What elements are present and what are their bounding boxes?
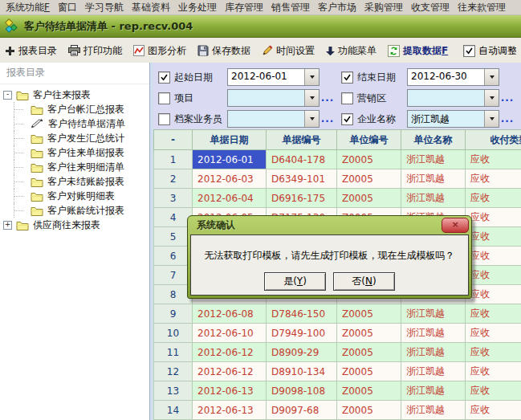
cell-doc_no[interactable]: D8909-29 (267, 343, 337, 362)
menu-item[interactable]: 业务处理 (174, 0, 221, 15)
cell-type[interactable]: 应收 (466, 343, 521, 362)
cell-type[interactable]: 应收 (466, 285, 521, 304)
cell-type[interactable]: 应收 (466, 362, 521, 381)
cell-doc_no[interactable]: D7846-150 (267, 304, 337, 324)
toolbar-save-data-button[interactable]: 保存数据 (197, 44, 250, 58)
toolbar-function-menu-button[interactable]: 功能菜单 (326, 44, 377, 58)
cell-unit_no[interactable]: Z0005 (337, 401, 401, 420)
cell-unit_no[interactable]: Z0005 (337, 381, 401, 401)
menu-item[interactable]: 系统功能F (2, 0, 54, 15)
filter-start-date-checkbox[interactable] (158, 71, 170, 84)
cell-unit_name[interactable]: 浙江凯越 (401, 324, 466, 343)
no-button[interactable]: 否(N) (333, 272, 395, 291)
cell-date[interactable]: 2012-06-13 (193, 381, 267, 401)
cell-type[interactable]: 应收 (466, 227, 521, 247)
filter-start-date-combobox[interactable]: 2012-06-01 (227, 68, 320, 86)
row-number[interactable]: 11 (154, 343, 193, 362)
tree-item[interactable]: 客户往来单据报表 (3, 145, 149, 160)
filter-project-combobox[interactable] (227, 89, 320, 107)
filter-sales-region-checkbox[interactable] (341, 92, 353, 104)
cell-unit_no[interactable]: Z0005 (337, 324, 401, 343)
menu-item[interactable]: 基础资料 (128, 0, 174, 15)
chevron-down-icon[interactable] (304, 111, 319, 127)
filter-company-name-combobox[interactable]: 浙江凯越 (407, 110, 499, 128)
cell-date[interactable]: 2012-06-13 (193, 401, 267, 420)
menu-item[interactable]: 学习导航 (81, 0, 128, 15)
cell-date[interactable]: 2012-06-12 (193, 362, 267, 381)
menu-item[interactable]: 收支管理 (407, 0, 454, 15)
row-number[interactable]: 3 (154, 189, 193, 208)
expand-icon[interactable]: + (3, 221, 12, 230)
cell-type[interactable]: 应收 (466, 401, 521, 420)
tree-item-selected[interactable]: 客户待结单据清单 (3, 116, 149, 131)
cell-unit_no[interactable]: Z0005 (337, 304, 401, 324)
auto-adjust-checkbox[interactable] (463, 45, 475, 57)
toolbar-chart-analysis-button[interactable]: 图形分析 (133, 44, 186, 58)
cell-type[interactable]: 应收 (466, 381, 521, 401)
cell-unit_no[interactable]: Z0005 (337, 150, 401, 169)
filter-end-date-combobox[interactable]: 2012-06-30 (407, 68, 499, 86)
row-number[interactable]: 10 (154, 324, 193, 343)
cell-unit_name[interactable]: 浙江凯越 (401, 362, 466, 381)
cell-unit_no[interactable]: Z0005 (337, 169, 401, 189)
collapse-icon[interactable]: - (3, 91, 12, 100)
toolbar-extract-data-button[interactable]: 提取数据F (388, 44, 448, 58)
toolbar-time-settings-button[interactable]: 时间设置 (262, 44, 315, 58)
column-header[interactable]: 单位编号 (337, 130, 401, 150)
row-number[interactable]: 12 (154, 362, 193, 381)
cell-unit_name[interactable]: 浙江凯越 (401, 401, 466, 420)
cell-unit_name[interactable]: 浙江凯越 (401, 150, 466, 169)
cell-type[interactable]: 应收 (466, 247, 521, 266)
chevron-down-icon[interactable] (484, 69, 499, 85)
chevron-down-icon[interactable] (304, 69, 319, 85)
filter-company-name-browse-button[interactable]: ... (499, 113, 515, 124)
cell-unit_name[interactable]: 浙江凯越 (401, 343, 466, 362)
filter-file-salesman-combobox[interactable] (227, 110, 320, 128)
menu-item[interactable]: 窗口 (54, 0, 81, 15)
cell-type[interactable]: 应收 (466, 189, 521, 208)
cell-unit_no[interactable]: Z0005 (337, 362, 401, 381)
cell-unit_name[interactable]: 浙江凯越 (401, 169, 466, 189)
menu-item[interactable]: 采购管理 (360, 0, 407, 15)
toolbar-print-button[interactable]: 打印功能 (68, 44, 122, 58)
tree-item[interactable]: 客户未结账龄报表 (3, 174, 149, 189)
column-header[interactable]: 单据日期 (193, 130, 267, 150)
column-header[interactable]: - (154, 130, 193, 150)
filter-company-name-checkbox[interactable] (341, 113, 353, 125)
tree-item[interactable]: 客户台帐汇总报表 (3, 102, 149, 116)
cell-date[interactable]: 2012-06-12 (193, 343, 267, 362)
tree-item[interactable]: 客户往来明细清单 (3, 160, 149, 174)
menu-item[interactable]: 销售管理 (267, 0, 314, 15)
filter-end-date-checkbox[interactable] (341, 71, 353, 84)
close-icon[interactable]: × (442, 218, 469, 233)
menu-item[interactable]: 库存管理 (221, 0, 267, 15)
cell-doc_no[interactable]: D8910-134 (267, 362, 337, 381)
column-header[interactable]: 收付类型 (466, 130, 521, 150)
chevron-down-icon[interactable] (304, 90, 319, 106)
column-header[interactable]: 单位名称 (401, 130, 466, 150)
yes-button[interactable]: 是(Y) (264, 272, 326, 291)
cell-date[interactable]: 2012-06-10 (193, 324, 267, 343)
cell-date[interactable]: 2012-06-01 (193, 150, 267, 169)
row-number[interactable]: 1 (154, 150, 193, 169)
dialog-title-bar[interactable]: 系统确认 × (190, 216, 469, 234)
chevron-down-icon[interactable] (484, 90, 499, 106)
cell-date[interactable]: 2012-06-08 (193, 304, 267, 324)
cell-type[interactable]: 应收 (466, 266, 521, 285)
menu-item[interactable]: 客户市场 (314, 0, 360, 15)
cell-doc_no[interactable]: D7949-100 (267, 324, 337, 343)
cell-doc_no[interactable]: D6349-101 (267, 169, 337, 189)
filter-sales-region-combobox[interactable] (407, 89, 499, 107)
column-header[interactable]: 单据编号 (267, 130, 337, 150)
cell-type[interactable]: 应收 (466, 304, 521, 324)
cell-doc_no[interactable]: D6404-178 (267, 150, 337, 169)
filter-sales-region-browse-button[interactable]: ... (499, 92, 515, 104)
tree-item[interactable]: -客户往来报表 (3, 88, 149, 102)
tree-item[interactable]: 客户对账明细表 (3, 189, 149, 203)
menu-item[interactable]: 往来款管理 (454, 0, 510, 15)
cell-unit_name[interactable]: 浙江凯越 (401, 381, 466, 401)
cell-type[interactable]: 应收 (466, 150, 521, 169)
cell-date[interactable]: 2012-06-03 (193, 169, 267, 189)
cell-doc_no[interactable]: D6916-175 (267, 189, 337, 208)
cell-type[interactable]: 应收 (466, 324, 521, 343)
